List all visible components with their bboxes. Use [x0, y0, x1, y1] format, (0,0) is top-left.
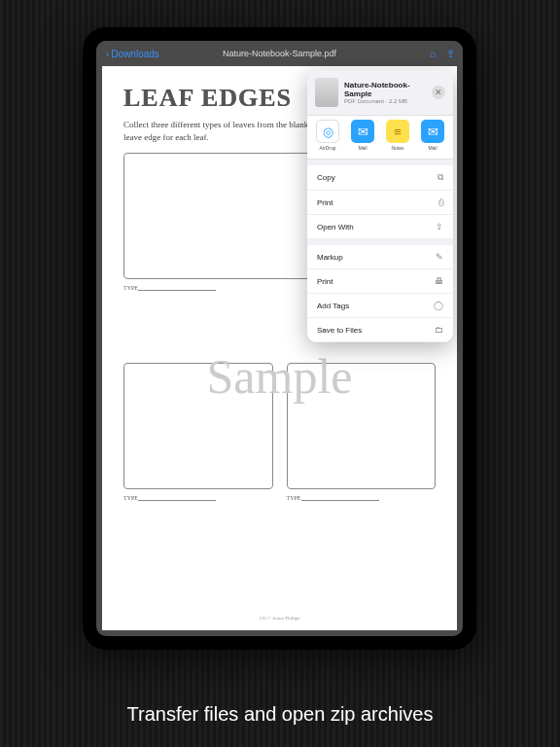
leaf-box — [123, 153, 334, 279]
notes-icon: ≡ — [386, 120, 409, 143]
share-app-airdrop[interactable]: ◎ AirDrop — [313, 120, 342, 151]
copyright-text: 120 © Jenny Phillips — [102, 616, 457, 621]
search-icon[interactable]: ⌕ — [430, 48, 437, 59]
type-label: TYPE — [123, 285, 334, 291]
print-icon: 🖶 — [435, 276, 443, 286]
markup-icon: ✎ — [436, 252, 443, 262]
mail-icon: ✉ — [351, 120, 374, 143]
action-save-to-files[interactable]: Save to Files🗀 — [307, 318, 453, 342]
share-app-mail-2[interactable]: ✉ Mail — [418, 120, 447, 151]
folder-icon: 🗀 — [435, 325, 443, 335]
airdrop-icon: ◎ — [316, 120, 339, 143]
share-sheet: Nature-Notebook-Sample PDF Document · 2.… — [307, 70, 453, 342]
share-actions: Copy⧉ Print⎙ Open With⇪ — [307, 165, 453, 239]
mail-icon: ✉ — [421, 120, 444, 143]
share-header: Nature-Notebook-Sample PDF Document · 2.… — [307, 70, 453, 115]
screen: ‹ Downloads Nature-Notebook-Sample.pdf ⌕… — [96, 41, 463, 636]
print-icon: ⎙ — [438, 197, 443, 207]
open-with-icon: ⇪ — [436, 222, 443, 231]
share-meta: PDF Document · 2.2 MB — [344, 98, 426, 104]
copy-icon: ⧉ — [438, 172, 443, 183]
share-app-mail[interactable]: ✉ Mail — [348, 120, 377, 151]
close-icon[interactable]: ✕ — [432, 86, 445, 99]
action-add-tags[interactable]: Add Tags◯ — [307, 294, 453, 318]
share-app-row: ◎ AirDrop ✉ Mail ≡ Notes ✉ Mail — [307, 115, 453, 160]
document-title: Nature-Notebook-Sample.pdf — [96, 49, 463, 58]
share-app-notes[interactable]: ≡ Notes — [383, 120, 412, 151]
leaf-box — [123, 363, 273, 489]
action-open-with[interactable]: Open With⇪ — [307, 215, 453, 239]
tablet-frame: ‹ Downloads Nature-Notebook-Sample.pdf ⌕… — [83, 27, 476, 650]
action-print-2[interactable]: Print🖶 — [307, 269, 453, 294]
share-icon[interactable]: ⇪ — [446, 48, 455, 60]
navigation-bar: ‹ Downloads Nature-Notebook-Sample.pdf ⌕… — [96, 41, 463, 66]
action-copy[interactable]: Copy⧉ — [307, 165, 453, 191]
action-markup[interactable]: Markup✎ — [307, 245, 453, 269]
marketing-caption: Transfer files and open zip archives — [0, 703, 560, 726]
share-filename: Nature-Notebook-Sample — [344, 81, 426, 98]
tags-icon: ◯ — [434, 301, 443, 310]
file-thumbnail-icon — [315, 78, 338, 107]
type-label: TYPE — [123, 495, 273, 501]
action-print[interactable]: Print⎙ — [307, 191, 453, 215]
share-actions-2: Markup✎ Print🖶 Add Tags◯ Save to Files🗀 — [307, 245, 453, 342]
leaf-box — [287, 363, 437, 489]
type-label: TYPE — [287, 495, 437, 501]
